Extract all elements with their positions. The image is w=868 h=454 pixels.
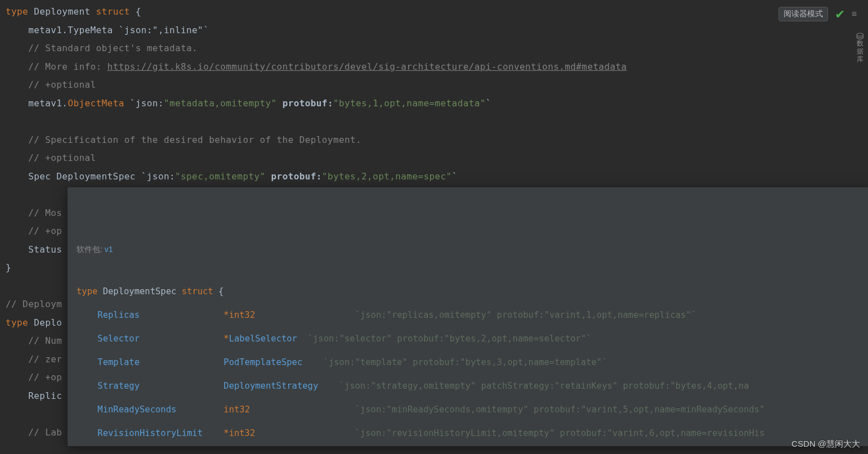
- comment: // More info:: [6, 61, 108, 72]
- comment: // zer: [6, 354, 62, 365]
- keyword-struct: struct: [182, 286, 213, 296]
- database-label[interactable]: 数据库: [854, 39, 866, 63]
- inspection-ok-icon[interactable]: ✔: [835, 7, 845, 22]
- comment: // Specification of the desired behavior…: [6, 134, 361, 145]
- code-editor[interactable]: 阅读器模式 ✔ ≡ ⛁ 数据库 type Deployment struct {…: [0, 0, 868, 454]
- watermark: CSDN @慧闲大大: [791, 439, 860, 449]
- code: `json:: [136, 171, 175, 182]
- string: "bytes,2,opt,name=spec": [322, 171, 452, 182]
- code-line: metav1.TypeMeta `json:",inline"`: [6, 25, 209, 35]
- brace: {: [130, 6, 141, 17]
- doc-link[interactable]: https://git.k8s.io/community/contributor…: [108, 61, 627, 72]
- code: protobuf:: [266, 171, 322, 182]
- string: "metadata,omitempty": [164, 98, 277, 109]
- code-line: Spec: [6, 171, 56, 182]
- comment: // Mos: [6, 208, 62, 218]
- comment: // Lab: [6, 427, 62, 438]
- brace: }: [6, 262, 11, 273]
- comment: // +optional: [6, 79, 96, 90]
- comment: // +op: [6, 226, 62, 236]
- code: `: [486, 98, 491, 109]
- toolbar: 阅读器模式 ✔ ≡: [778, 7, 857, 21]
- type-ref: DeploymentSpec: [56, 171, 135, 182]
- type-name: DeploymentSpec: [97, 286, 181, 296]
- code-line: Status: [6, 244, 62, 255]
- code: `json:: [124, 98, 164, 109]
- comment: // +optional: [6, 152, 96, 163]
- code-line: metav1.: [6, 98, 68, 109]
- comment: // Standard object's metadata.: [6, 43, 198, 53]
- keyword-type: type: [77, 286, 97, 296]
- string: "bytes,1,opt,name=metadata": [333, 98, 486, 109]
- type-ref: ObjectMeta: [68, 98, 124, 109]
- type-name: Deployment: [34, 6, 90, 17]
- lines-icon[interactable]: ≡: [852, 9, 857, 19]
- keyword-struct: struct: [96, 6, 130, 17]
- code: Deplo: [28, 317, 62, 328]
- code: protobuf:: [277, 98, 333, 109]
- comment: // Deploym: [6, 299, 62, 309]
- brace: {: [213, 286, 224, 296]
- code-line: Replic: [6, 390, 62, 401]
- comment: // Num: [6, 335, 62, 346]
- quick-doc-popup[interactable]: 软件包: v1 type DeploymentSpec struct { Rep…: [68, 187, 868, 446]
- string: "spec,omitempty": [175, 171, 266, 182]
- package-name: v1: [105, 245, 113, 254]
- comment: // +op: [6, 372, 62, 383]
- reader-mode-button[interactable]: 阅读器模式: [778, 7, 828, 21]
- popup-package-header: 软件包: v1: [77, 242, 859, 256]
- keyword-type: type: [6, 6, 28, 17]
- code: `: [452, 171, 458, 182]
- keyword-type: type: [6, 317, 28, 328]
